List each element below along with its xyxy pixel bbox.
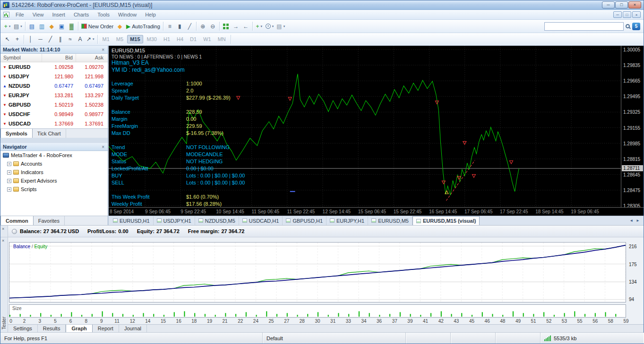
cursor-button[interactable]: ↖: [2, 34, 12, 44]
chart-tab-eurjpy-h1[interactable]: EURJPY,H1: [326, 216, 368, 225]
symbol-row-usdchf[interactable]: ▼USDCHF0.989490.98977: [0, 109, 108, 119]
column-header-bid[interactable]: Bid: [42, 54, 76, 62]
chart-tab-nzdusd-m5[interactable]: NZDUSD,M5: [195, 216, 239, 225]
market-watch-header[interactable]: Market Watch: 11:14:10 ×: [0, 46, 108, 54]
tab-favorites[interactable]: Favorites: [34, 216, 65, 225]
bar-chart-button[interactable]: ≡: [165, 21, 175, 32]
trendline-button[interactable]: ╱: [45, 34, 55, 44]
price-chart[interactable]: EURUSD,M15 TO NEWS : 0 | AFTERNEWS : 0 |…: [109, 46, 644, 216]
symbol-row-nzdusd[interactable]: ▲NZDUSD0.674770.67497: [0, 81, 108, 91]
symbol-row-usdjpy[interactable]: ▼USDJPY121.980121.998: [0, 72, 108, 81]
periods-button[interactable]: ▾: [264, 21, 275, 32]
horizontal-line-button[interactable]: ─: [35, 34, 45, 44]
chart-tab-usdcad-h1[interactable]: USDCAD,H1: [239, 216, 283, 225]
timeframe-h1[interactable]: H1: [161, 35, 173, 43]
timeframe-m5[interactable]: M5: [113, 35, 126, 43]
chart-tab-gbpusd-h1[interactable]: GBPUSD,H1: [283, 216, 326, 225]
tab-common[interactable]: Common: [0, 216, 34, 225]
vertical-line-button[interactable]: │: [26, 34, 35, 44]
search-icon[interactable]: [626, 24, 630, 28]
tester-tab-results[interactable]: Results: [38, 325, 66, 332]
symbol-row-gbpusd[interactable]: ▼GBPUSD1.502191.50238: [0, 100, 108, 109]
tester-tab-report[interactable]: Report: [93, 325, 119, 332]
tester-tab-journal[interactable]: Journal: [119, 325, 147, 332]
channel-button[interactable]: ∥: [55, 34, 65, 44]
templates-button[interactable]: ▤▾: [275, 21, 286, 32]
status-profile[interactable]: Default: [263, 333, 406, 344]
timeframe-h4[interactable]: H4: [174, 35, 186, 43]
timeframe-mn[interactable]: MN: [215, 35, 229, 43]
expand-icon[interactable]: +: [7, 162, 11, 166]
timeframe-m15[interactable]: M15: [127, 35, 143, 43]
menu-item-view[interactable]: View: [28, 11, 48, 18]
text-button[interactable]: A: [75, 34, 85, 44]
autotrading-button[interactable]: ▶AutoTrading: [125, 21, 162, 32]
terminal-close-icon[interactable]: ×: [2, 227, 4, 231]
nav-item-indicators[interactable]: +Indicators: [0, 168, 108, 176]
tab-tick-chart[interactable]: Tick Chart: [33, 129, 66, 138]
terminal-button[interactable]: ▣: [57, 21, 67, 32]
timeframe-m1[interactable]: M1: [100, 35, 112, 43]
nav-item-scripts[interactable]: +Scripts: [0, 185, 108, 193]
new-chart-button[interactable]: +▾: [2, 21, 12, 32]
column-header-symbol[interactable]: Symbol: [0, 54, 42, 62]
auto-scroll-button[interactable]: →: [231, 21, 241, 32]
arrows-button[interactable]: ↗▾: [85, 34, 96, 44]
menu-item-insert[interactable]: Insert: [48, 11, 69, 18]
chart-tab-eurusd-m5[interactable]: EURUSD,M5: [368, 216, 412, 225]
title-bar[interactable]: 5142264: RoboForex-ProCent - [EURUSD,M15…: [0, 0, 644, 10]
chart-tab-usdjpy-h1[interactable]: USDJPY,H1: [154, 216, 195, 225]
strategy-tester-button[interactable]: ▓: [67, 21, 77, 32]
chart-tab-eurusd-m15-visual[interactable]: EURUSD,M15 (visual): [412, 216, 480, 225]
new-order-button[interactable]: New Order: [80, 21, 115, 32]
tile-windows-button[interactable]: [221, 21, 231, 32]
navigator-header[interactable]: Navigator ×: [0, 143, 108, 151]
mdi-restore-button[interactable]: □: [623, 11, 631, 18]
menu-item-help[interactable]: Help: [141, 11, 160, 18]
expand-icon[interactable]: +: [7, 179, 11, 183]
fibonacci-button[interactable]: ≈: [65, 34, 75, 44]
symbol-row-eurjpy[interactable]: ▼EURJPY133.281133.297: [0, 91, 108, 100]
candlestick-button[interactable]: ▮: [175, 21, 185, 32]
tester-graph[interactable]: Balance / Equity: [9, 242, 626, 302]
close-button[interactable]: ×: [628, 1, 641, 8]
search-input[interactable]: [544, 22, 624, 31]
timeframe-d1[interactable]: D1: [187, 35, 199, 43]
tester-tab-settings[interactable]: Settings: [8, 325, 38, 332]
nav-root[interactable]: MetaTrader 4 - RoboForex: [0, 151, 108, 159]
symbol-row-eurusd[interactable]: ▼EURUSD1.092581.09270: [0, 62, 108, 72]
timeframe-m30[interactable]: M30: [144, 35, 160, 43]
close-icon[interactable]: ×: [101, 144, 105, 150]
menu-item-file[interactable]: File: [11, 11, 28, 18]
menu-item-window[interactable]: Window: [114, 11, 141, 18]
data-window-button[interactable]: ▥: [37, 21, 47, 32]
crosshair-button[interactable]: +: [12, 34, 22, 44]
mql5-community-icon[interactable]: 5: [632, 23, 640, 30]
expand-icon[interactable]: +: [7, 170, 11, 175]
timeframe-w1[interactable]: W1: [200, 35, 214, 43]
maximize-button[interactable]: □: [615, 1, 628, 8]
mdi-minimize-button[interactable]: ─: [613, 11, 622, 18]
zoom-out-button[interactable]: ⊖: [208, 21, 218, 32]
indicators-button[interactable]: +▾: [254, 21, 264, 32]
chart-plot[interactable]: EURUSD,M15 TO NEWS : 0 | AFTERNEWS : 0 |…: [109, 46, 621, 207]
zoom-in-button[interactable]: ⊕: [198, 21, 208, 32]
tester-close-icon[interactable]: ×: [2, 238, 4, 243]
metaeditor-button[interactable]: ◆: [115, 21, 125, 32]
menu-item-tools[interactable]: Tools: [93, 11, 114, 18]
menu-item-charts[interactable]: Charts: [69, 11, 93, 18]
chart-shift-button[interactable]: ←: [241, 21, 251, 32]
mdi-close-button[interactable]: ×: [632, 11, 641, 18]
chart-tab-eurusd-h1[interactable]: EURUSD,H1: [110, 216, 154, 225]
close-icon[interactable]: ×: [101, 47, 105, 52]
nav-item-accounts[interactable]: +Accounts: [0, 159, 108, 168]
navigator-button[interactable]: ◆: [47, 21, 57, 32]
tab-scroll-left-icon[interactable]: ◄: [629, 218, 633, 223]
symbol-row-usdcad[interactable]: ▼USDCAD1.376691.37691: [0, 119, 108, 128]
tester-tab-graph[interactable]: Graph: [66, 325, 92, 332]
tab-scroll-right-icon[interactable]: ►: [636, 218, 640, 223]
line-chart-button[interactable]: ╱: [185, 21, 195, 32]
profiles-button[interactable]: ▤▾: [12, 21, 24, 32]
column-header-ask[interactable]: Ask: [76, 54, 106, 62]
expand-icon[interactable]: +: [7, 187, 11, 192]
